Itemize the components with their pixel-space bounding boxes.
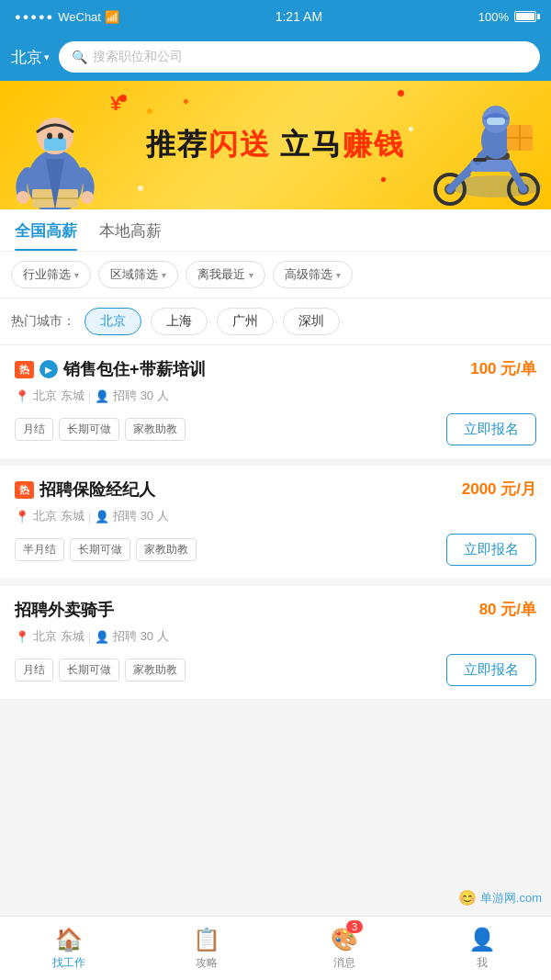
job-location-1: 北京 东城 xyxy=(33,388,84,404)
city-shenzhen[interactable]: 深圳 xyxy=(283,308,340,335)
carrier-label: WeChat xyxy=(58,10,101,24)
wifi-icon: 📶 xyxy=(105,10,119,24)
status-left: ●●●●● WeChat 📶 xyxy=(15,10,119,24)
tag-1-2: 家教助教 xyxy=(125,418,186,441)
message-badge: 3 xyxy=(346,920,363,933)
filter-advanced[interactable]: 高级筛选 ▾ xyxy=(273,261,353,288)
hot-cities-label: 热门城市： xyxy=(11,313,75,330)
city-beijing[interactable]: 北京 xyxy=(84,308,141,335)
nav-find-work[interactable]: 🏠 找工作 xyxy=(0,917,138,980)
book-icon: 📋 xyxy=(193,927,220,952)
watermark: 😊 单游网.com xyxy=(458,889,542,907)
filter-advanced-caret-icon: ▾ xyxy=(336,270,341,280)
filter-industry[interactable]: 行业筛选 ▾ xyxy=(11,261,91,288)
tab-local[interactable]: 本地高薪 xyxy=(99,220,162,251)
video-badge-1: ▶ xyxy=(39,360,58,378)
city-name: 北京 xyxy=(11,47,42,68)
job-card-1: 热 ▶ 销售包住+带薪培训 100 元/单 📍 北京 东城 | 👤 招聘 30 … xyxy=(0,345,551,458)
tag-1-0: 月结 xyxy=(15,418,53,441)
job-card-2: 热 招聘保险经纪人 2000 元/月 📍 北京 东城 | 👤 招聘 30 人 半… xyxy=(0,466,551,579)
battery-percent: 100% xyxy=(478,10,509,24)
city-selector[interactable]: 北京 ▾ xyxy=(11,47,50,68)
location-icon-1: 📍 xyxy=(15,389,29,403)
svg-rect-19 xyxy=(487,118,505,125)
job-title-3: 招聘外卖骑手 xyxy=(15,599,114,621)
search-icon: 🔍 xyxy=(72,50,87,64)
nav-profile[interactable]: 👤 我 xyxy=(413,917,551,980)
job-card-3: 招聘外卖骑手 80 元/单 📍 北京 东城 | 👤 招聘 30 人 月结 长期可… xyxy=(0,586,551,699)
apply-button-1[interactable]: 立即报名 xyxy=(446,413,536,445)
job-list: 热 ▶ 销售包住+带薪培训 100 元/单 📍 北京 东城 | 👤 招聘 30 … xyxy=(0,345,551,780)
nav-strategy[interactable]: 📋 攻略 xyxy=(138,917,276,980)
tag-2-1: 长期可做 xyxy=(70,538,130,561)
filter-area-caret-icon: ▾ xyxy=(162,270,166,280)
banner-text: 推荐闪送 立马赚钱 xyxy=(146,125,406,165)
svg-rect-23 xyxy=(473,158,487,162)
filter-nearby[interactable]: 离我最近 ▾ xyxy=(186,261,265,288)
header: 北京 ▾ 🔍 搜索职位和公司 xyxy=(0,33,551,81)
apply-button-2[interactable]: 立即报名 xyxy=(446,534,536,566)
tag-1-1: 长期可做 xyxy=(59,418,119,441)
tag-3-0: 月结 xyxy=(15,659,53,681)
job-salary-3: 80 元/单 xyxy=(479,599,536,620)
banner-figure-right xyxy=(422,99,551,209)
svg-point-4 xyxy=(58,133,63,140)
hot-badge-1: 热 xyxy=(15,361,34,378)
hiring-icon-3: 👤 xyxy=(95,630,109,644)
nav-message[interactable]: 3 🎨 消息 xyxy=(276,917,413,980)
filter-industry-caret-icon: ▾ xyxy=(74,270,79,280)
signal-dots: ●●●●● xyxy=(15,11,54,22)
job-tags-1: 月结 长期可做 家教助教 xyxy=(15,418,186,441)
home-icon: 🏠 xyxy=(55,927,83,952)
job-tags-3: 月结 长期可做 家教助教 xyxy=(15,659,186,681)
job-location-3: 北京 东城 xyxy=(33,628,84,645)
svg-rect-2 xyxy=(44,138,66,151)
hiring-icon-2: 👤 xyxy=(95,510,109,524)
banner: ¥ 推荐闪送 立 xyxy=(0,81,551,209)
battery-icon xyxy=(514,11,536,22)
job-tags-2: 半月结 长期可做 家教助教 xyxy=(15,538,197,561)
tag-3-2: 家教助教 xyxy=(125,659,186,681)
search-bar[interactable]: 🔍 搜索职位和公司 xyxy=(59,41,540,73)
nav-message-label: 消息 xyxy=(333,955,355,971)
status-time: 1:21 AM xyxy=(276,9,322,24)
filter-nearby-caret-icon: ▾ xyxy=(249,270,253,280)
job-salary-1: 100 元/单 xyxy=(470,358,536,379)
job-title-2: 招聘保险经纪人 xyxy=(39,479,155,501)
svg-point-9 xyxy=(81,191,94,204)
job-hiring-1: 招聘 30 人 xyxy=(113,388,169,404)
apply-button-3[interactable]: 立即报名 xyxy=(446,654,536,686)
filter-area[interactable]: 区域筛选 ▾ xyxy=(98,261,178,288)
job-hiring-2: 招聘 30 人 xyxy=(113,508,169,524)
job-hiring-3: 招聘 30 人 xyxy=(113,628,169,645)
tag-3-1: 长期可做 xyxy=(59,659,119,681)
nav-strategy-label: 攻略 xyxy=(196,955,218,971)
tag-2-0: 半月结 xyxy=(15,538,64,561)
banner-figure-left xyxy=(0,90,110,209)
nav-profile-label: 我 xyxy=(477,955,488,971)
status-right: 100% xyxy=(478,10,536,24)
watermark-text: 单游网.com xyxy=(480,890,542,907)
watermark-icon: 😊 xyxy=(458,889,477,907)
job-location-2: 北京 东城 xyxy=(33,508,84,524)
tab-national[interactable]: 全国高薪 xyxy=(15,220,77,251)
search-placeholder: 搜索职位和公司 xyxy=(93,49,183,65)
status-bar: ●●●●● WeChat 📶 1:21 AM 100% xyxy=(0,0,551,33)
tag-2-2: 家教助教 xyxy=(136,538,197,561)
city-guangzhou[interactable]: 广州 xyxy=(217,308,274,335)
svg-point-8 xyxy=(17,191,29,204)
city-shanghai[interactable]: 上海 xyxy=(151,308,208,335)
bottom-nav: 🏠 找工作 📋 攻略 3 🎨 消息 👤 我 xyxy=(0,916,551,980)
hiring-icon-1: 👤 xyxy=(95,389,109,403)
city-caret-icon: ▾ xyxy=(44,51,50,63)
location-icon-3: 📍 xyxy=(15,630,29,644)
job-title-1: 销售包住+带薪培训 xyxy=(63,358,206,380)
tab-bar: 全国高薪 本地高薪 xyxy=(0,209,551,252)
hot-badge-2: 热 xyxy=(15,481,34,499)
filter-bar: 行业筛选 ▾ 区域筛选 ▾ 离我最近 ▾ 高级筛选 ▾ xyxy=(0,252,551,299)
location-icon-2: 📍 xyxy=(15,510,29,524)
hot-cities-bar: 热门城市： 北京 上海 广州 深圳 xyxy=(0,299,551,345)
svg-point-3 xyxy=(47,133,52,140)
job-salary-2: 2000 元/月 xyxy=(462,479,536,500)
user-icon: 👤 xyxy=(468,927,496,952)
